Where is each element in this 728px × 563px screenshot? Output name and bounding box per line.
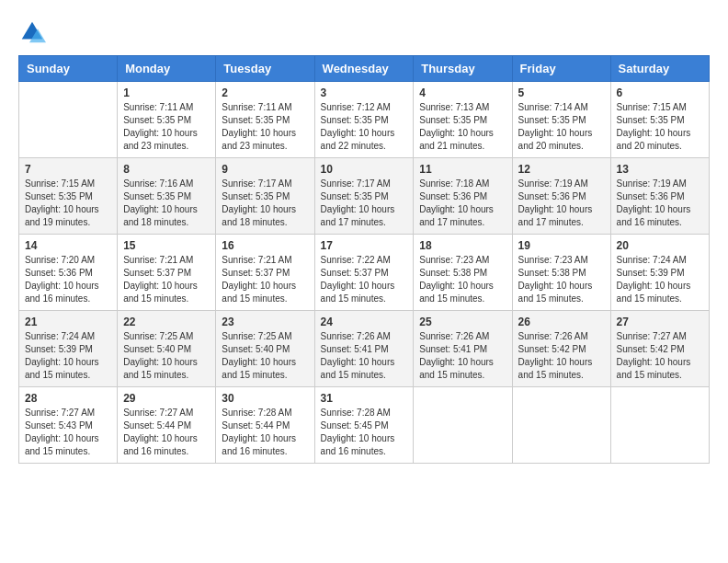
day-info: Sunrise: 7:23 AM Sunset: 5:38 PM Dayligh… <box>419 254 506 305</box>
sunset-time: Sunset: 5:42 PM <box>617 344 685 354</box>
sunrise-time: Sunrise: 7:27 AM <box>617 331 687 341</box>
day-number: 16 <box>222 239 308 252</box>
calendar-cell <box>414 387 512 464</box>
daylight-hours: Daylight: 10 hours and 15 minutes. <box>123 357 198 380</box>
calendar-cell: 13 Sunrise: 7:19 AM Sunset: 5:36 PM Dayl… <box>610 158 709 235</box>
sunrise-time: Sunrise: 7:17 AM <box>321 178 391 189</box>
day-info: Sunrise: 7:15 AM Sunset: 5:35 PM Dayligh… <box>617 101 703 153</box>
calendar-week-row: 14 Sunrise: 7:20 AM Sunset: 5:36 PM Dayl… <box>19 235 710 311</box>
day-info: Sunrise: 7:26 AM Sunset: 5:41 PM Dayligh… <box>419 330 506 382</box>
calendar-cell: 2 Sunrise: 7:11 AM Sunset: 5:35 PM Dayli… <box>216 82 314 158</box>
daylight-hours: Daylight: 10 hours and 16 minutes. <box>321 433 395 456</box>
sunset-time: Sunset: 5:35 PM <box>518 115 586 125</box>
calendar-cell: 28 Sunrise: 7:27 AM Sunset: 5:43 PM Dayl… <box>19 387 118 464</box>
sunrise-time: Sunrise: 7:13 AM <box>419 102 489 112</box>
day-info: Sunrise: 7:27 AM Sunset: 5:42 PM Dayligh… <box>617 330 703 382</box>
sunrise-time: Sunrise: 7:28 AM <box>222 408 291 418</box>
daylight-hours: Daylight: 10 hours and 20 minutes. <box>518 128 593 151</box>
day-number: 14 <box>25 239 111 252</box>
sunset-time: Sunset: 5:37 PM <box>222 268 290 278</box>
daylight-hours: Daylight: 10 hours and 16 minutes. <box>222 433 296 456</box>
day-info: Sunrise: 7:21 AM Sunset: 5:37 PM Dayligh… <box>222 254 308 305</box>
sunrise-time: Sunrise: 7:23 AM <box>518 255 588 265</box>
sunrise-time: Sunrise: 7:25 AM <box>222 331 291 341</box>
day-number: 25 <box>419 316 506 328</box>
day-info: Sunrise: 7:19 AM Sunset: 5:36 PM Dayligh… <box>518 178 605 229</box>
day-info: Sunrise: 7:18 AM Sunset: 5:36 PM Dayligh… <box>419 178 506 229</box>
weekday-header-monday: Monday <box>118 56 216 82</box>
daylight-hours: Daylight: 10 hours and 16 minutes. <box>25 281 99 304</box>
logo-icon <box>18 18 46 46</box>
calendar-cell: 1 Sunrise: 7:11 AM Sunset: 5:35 PM Dayli… <box>118 82 216 158</box>
day-info: Sunrise: 7:11 AM Sunset: 5:35 PM Dayligh… <box>222 101 308 153</box>
day-number: 9 <box>222 163 308 176</box>
daylight-hours: Daylight: 10 hours and 18 minutes. <box>123 204 198 227</box>
daylight-hours: Daylight: 10 hours and 21 minutes. <box>419 128 494 151</box>
day-info: Sunrise: 7:24 AM Sunset: 5:39 PM Dayligh… <box>25 330 111 382</box>
day-info: Sunrise: 7:12 AM Sunset: 5:35 PM Dayligh… <box>321 101 408 153</box>
sunrise-time: Sunrise: 7:28 AM <box>321 408 391 418</box>
calendar-cell: 26 Sunrise: 7:26 AM Sunset: 5:42 PM Dayl… <box>512 311 610 387</box>
daylight-hours: Daylight: 10 hours and 15 minutes. <box>617 357 691 380</box>
sunrise-time: Sunrise: 7:19 AM <box>617 178 687 189</box>
weekday-header-tuesday: Tuesday <box>216 56 314 82</box>
sunset-time: Sunset: 5:35 PM <box>419 115 487 125</box>
daylight-hours: Daylight: 10 hours and 15 minutes. <box>222 281 296 304</box>
sunset-time: Sunset: 5:36 PM <box>25 268 93 278</box>
day-number: 10 <box>321 163 408 176</box>
weekday-header-row: SundayMondayTuesdayWednesdayThursdayFrid… <box>19 56 710 82</box>
day-info: Sunrise: 7:25 AM Sunset: 5:40 PM Dayligh… <box>123 330 210 382</box>
calendar-cell: 16 Sunrise: 7:21 AM Sunset: 5:37 PM Dayl… <box>216 235 314 311</box>
sunset-time: Sunset: 5:35 PM <box>617 115 685 125</box>
sunrise-time: Sunrise: 7:22 AM <box>321 255 391 265</box>
sunrise-time: Sunrise: 7:18 AM <box>419 178 489 189</box>
day-number: 5 <box>518 86 605 99</box>
sunrise-time: Sunrise: 7:26 AM <box>518 331 588 341</box>
calendar-cell: 23 Sunrise: 7:25 AM Sunset: 5:40 PM Dayl… <box>216 311 314 387</box>
daylight-hours: Daylight: 10 hours and 15 minutes. <box>25 433 99 456</box>
sunset-time: Sunset: 5:35 PM <box>222 115 290 125</box>
day-number: 24 <box>321 316 408 328</box>
day-info: Sunrise: 7:11 AM Sunset: 5:35 PM Dayligh… <box>123 101 210 153</box>
day-info: Sunrise: 7:21 AM Sunset: 5:37 PM Dayligh… <box>123 254 210 305</box>
calendar-cell: 31 Sunrise: 7:28 AM Sunset: 5:45 PM Dayl… <box>314 387 414 464</box>
sunset-time: Sunset: 5:39 PM <box>25 344 93 354</box>
calendar-cell: 9 Sunrise: 7:17 AM Sunset: 5:35 PM Dayli… <box>216 158 314 235</box>
sunset-time: Sunset: 5:37 PM <box>123 268 191 278</box>
calendar-cell <box>512 387 610 464</box>
daylight-hours: Daylight: 10 hours and 15 minutes. <box>419 281 494 304</box>
calendar-cell: 22 Sunrise: 7:25 AM Sunset: 5:40 PM Dayl… <box>118 311 216 387</box>
calendar-cell: 25 Sunrise: 7:26 AM Sunset: 5:41 PM Dayl… <box>414 311 512 387</box>
calendar-cell: 29 Sunrise: 7:27 AM Sunset: 5:44 PM Dayl… <box>118 387 216 464</box>
sunrise-time: Sunrise: 7:26 AM <box>419 331 489 341</box>
sunset-time: Sunset: 5:37 PM <box>321 268 389 278</box>
sunset-time: Sunset: 5:40 PM <box>222 344 290 354</box>
day-info: Sunrise: 7:26 AM Sunset: 5:41 PM Dayligh… <box>321 330 408 382</box>
sunset-time: Sunset: 5:44 PM <box>222 420 290 431</box>
day-number: 8 <box>123 163 210 176</box>
daylight-hours: Daylight: 10 hours and 15 minutes. <box>321 357 395 380</box>
day-number: 11 <box>419 163 506 176</box>
calendar-cell: 7 Sunrise: 7:15 AM Sunset: 5:35 PM Dayli… <box>19 158 118 235</box>
day-info: Sunrise: 7:17 AM Sunset: 5:35 PM Dayligh… <box>222 178 308 229</box>
calendar-cell: 24 Sunrise: 7:26 AM Sunset: 5:41 PM Dayl… <box>314 311 414 387</box>
daylight-hours: Daylight: 10 hours and 20 minutes. <box>617 128 691 151</box>
sunset-time: Sunset: 5:41 PM <box>321 344 389 354</box>
sunrise-time: Sunrise: 7:23 AM <box>419 255 489 265</box>
day-number: 13 <box>617 163 703 176</box>
calendar-cell: 27 Sunrise: 7:27 AM Sunset: 5:42 PM Dayl… <box>610 311 709 387</box>
calendar-week-row: 21 Sunrise: 7:24 AM Sunset: 5:39 PM Dayl… <box>19 311 710 387</box>
sunset-time: Sunset: 5:45 PM <box>321 420 389 431</box>
calendar-cell: 17 Sunrise: 7:22 AM Sunset: 5:37 PM Dayl… <box>314 235 414 311</box>
day-number: 26 <box>518 316 605 328</box>
weekday-header-thursday: Thursday <box>414 56 512 82</box>
calendar-cell: 19 Sunrise: 7:23 AM Sunset: 5:38 PM Dayl… <box>512 235 610 311</box>
day-info: Sunrise: 7:19 AM Sunset: 5:36 PM Dayligh… <box>617 178 703 229</box>
day-info: Sunrise: 7:13 AM Sunset: 5:35 PM Dayligh… <box>419 101 506 153</box>
calendar-week-row: 7 Sunrise: 7:15 AM Sunset: 5:35 PM Dayli… <box>19 158 710 235</box>
daylight-hours: Daylight: 10 hours and 17 minutes. <box>419 204 494 227</box>
day-info: Sunrise: 7:16 AM Sunset: 5:35 PM Dayligh… <box>123 178 210 229</box>
daylight-hours: Daylight: 10 hours and 15 minutes. <box>123 281 198 304</box>
sunset-time: Sunset: 5:36 PM <box>518 191 586 201</box>
calendar-cell: 14 Sunrise: 7:20 AM Sunset: 5:36 PM Dayl… <box>19 235 118 311</box>
